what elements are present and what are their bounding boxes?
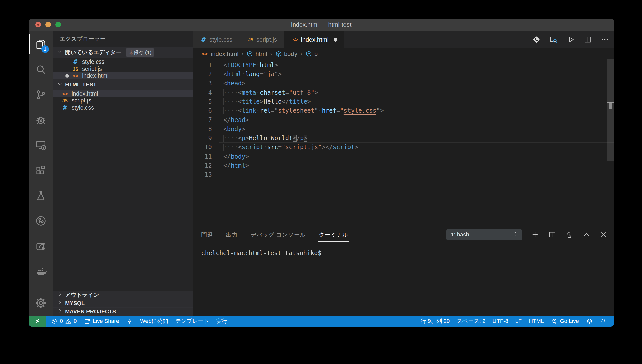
code-line-10: ····<script·src="script.js"></script> xyxy=(219,143,614,152)
more-actions-icon[interactable] xyxy=(601,35,609,44)
js-file-icon: JS xyxy=(71,66,80,72)
line-number: 1 xyxy=(193,60,212,70)
file-row-script.js[interactable]: JSscript.js xyxy=(53,97,193,104)
open-editors-header[interactable]: 開いているエディター 未保存 (1) xyxy=(53,47,193,58)
gitlens-icon xyxy=(35,215,47,227)
zoom-button[interactable] xyxy=(55,22,61,27)
tab-script.js[interactable]: JSscript.js xyxy=(240,31,284,48)
status-encoding[interactable]: UTF-8 xyxy=(489,316,512,327)
terminal-prompt: chelchel-mac:html-test tatsuhiko$ xyxy=(201,250,322,257)
activity-item-remote-explorer[interactable] xyxy=(29,133,53,158)
file-row-index.html[interactable]: <>index.html xyxy=(53,90,193,97)
git-compare-icon[interactable] xyxy=(532,35,541,44)
status-label: Live Share xyxy=(93,318,119,324)
activity-item-gitlens[interactable] xyxy=(29,208,53,233)
sidebar-section-MYSQL[interactable]: MYSQL xyxy=(53,299,193,307)
new-terminal-button[interactable] xyxy=(531,231,539,239)
activity-item-explorer[interactable]: 1 xyxy=(29,32,53,57)
sidebar-section-アウトライン[interactable]: アウトライン xyxy=(53,291,193,299)
close-panel-button[interactable] xyxy=(600,231,608,239)
status-label: Go Live xyxy=(560,318,579,324)
activity-item-live-share[interactable] xyxy=(29,233,53,259)
extensions-icon xyxy=(35,164,47,176)
status-notifications[interactable] xyxy=(596,316,610,327)
status-count: 0 xyxy=(60,318,63,324)
panel-tab-debug-console[interactable]: デバッグ コンソール xyxy=(250,228,306,242)
status-template[interactable]: テンプレート xyxy=(172,316,213,327)
split-terminal-button[interactable] xyxy=(548,231,556,239)
breadcrumb-label: index.html xyxy=(211,50,238,57)
tab-style.css[interactable]: #style.css xyxy=(193,31,240,48)
activity-item-debug[interactable] xyxy=(29,107,53,133)
activity-item-settings[interactable] xyxy=(29,290,53,316)
maximize-panel-button[interactable] xyxy=(582,231,591,239)
sidebar-spacer xyxy=(53,111,193,291)
panel-tab-output[interactable]: 出力 xyxy=(225,228,238,242)
code-line-2: <html·lang="ja"> xyxy=(219,70,614,79)
code-line-12: </html> xyxy=(219,161,614,170)
tab-index.html[interactable]: <>index.html xyxy=(284,31,344,48)
panel-tab-terminal[interactable]: ターミナル xyxy=(318,228,349,242)
activity-item-docker[interactable] xyxy=(29,259,53,284)
code-line-5: ····<title>Hello</title> xyxy=(219,97,614,106)
sidebar-section-MAVEN PROJECTS[interactable]: MAVEN PROJECTS xyxy=(53,307,193,316)
kill-terminal-button[interactable] xyxy=(565,231,573,239)
run-icon[interactable] xyxy=(566,35,575,44)
section-label: MYSQL xyxy=(65,300,85,307)
terminal-select[interactable]: 1: bash xyxy=(446,229,522,240)
status-indentation[interactable]: スペース: 2 xyxy=(453,316,489,327)
breadcrumb-separator: › xyxy=(270,50,272,57)
open-editors-list: #style.cssJSscript.js<>index.html xyxy=(53,58,193,79)
open-preview-icon[interactable] xyxy=(549,35,558,44)
chevron-right-icon xyxy=(56,308,63,314)
folder-header[interactable]: HTML-TEST xyxy=(53,79,193,90)
status-go-live[interactable]: Go Live xyxy=(547,316,582,327)
titlebar: index.html — html-test xyxy=(29,19,614,31)
file-row-script.js[interactable]: JSscript.js xyxy=(53,66,193,72)
search-icon xyxy=(35,64,47,76)
file-name: style.css xyxy=(72,104,94,111)
status-language-mode[interactable]: HTML xyxy=(525,316,547,327)
live-share-arrow-icon xyxy=(35,240,47,252)
file-row-index.html[interactable]: <>index.html xyxy=(53,72,193,79)
breadcrumb-item-html[interactable]: html xyxy=(246,50,267,57)
close-button[interactable] xyxy=(35,22,41,27)
editor-scrollbar[interactable] xyxy=(607,59,614,161)
status-problems[interactable]: 00 xyxy=(47,316,80,327)
status-run[interactable]: 実行 xyxy=(213,316,231,327)
breadcrumb-separator: › xyxy=(300,50,302,57)
window-title: index.html — html-test xyxy=(291,21,352,28)
line-number: 11 xyxy=(193,152,212,161)
activity-item-search[interactable] xyxy=(29,57,53,82)
status-eol[interactable]: LF xyxy=(512,316,526,327)
breadcrumb-item-index.html[interactable]: <>index.html xyxy=(200,50,238,57)
status-bolt[interactable] xyxy=(123,316,137,327)
html-file-icon: <> xyxy=(291,37,299,43)
workbench: 1 エクスプローラー 開いているエディター 未保存 (1) #style.css… xyxy=(29,31,614,316)
status-cursor-position[interactable]: 行 9、列 20 xyxy=(417,316,453,327)
breadcrumb-label: p xyxy=(314,50,318,57)
file-row-style.css[interactable]: #style.css xyxy=(53,58,193,66)
chevron-down-icon xyxy=(56,48,63,56)
activity-item-test[interactable] xyxy=(29,183,53,208)
modified-dot-icon[interactable] xyxy=(334,38,337,42)
breadcrumb-item-body[interactable]: body xyxy=(275,50,297,57)
source-control-icon xyxy=(35,89,47,101)
file-row-style.css[interactable]: #style.css xyxy=(53,104,193,111)
code-editor[interactable]: 12345678910111213 <!DOCTYPE·html><html·l… xyxy=(193,59,614,226)
activity-item-extensions[interactable] xyxy=(29,158,53,183)
status-label: テンプレート xyxy=(175,317,209,325)
terminal[interactable]: chelchel-mac:html-test tatsuhiko$ xyxy=(193,243,614,316)
activity-item-source-control[interactable] xyxy=(29,82,53,107)
breadcrumb-item-p[interactable]: p xyxy=(305,50,318,57)
status-feedback[interactable] xyxy=(582,316,596,327)
status-publish-web[interactable]: Webに公開 xyxy=(137,316,172,327)
remote-indicator[interactable] xyxy=(29,316,46,327)
folder-label: HTML-TEST xyxy=(65,81,97,88)
minimize-button[interactable] xyxy=(45,22,51,27)
code-line-6: ····<link·rel="stylesheet"·href="style.c… xyxy=(219,106,614,115)
status-live-share[interactable]: Live Share xyxy=(80,316,123,327)
split-editor-icon[interactable] xyxy=(583,35,592,44)
trash-icon xyxy=(565,231,573,239)
panel-tab-problems[interactable]: 問題 xyxy=(201,228,213,242)
